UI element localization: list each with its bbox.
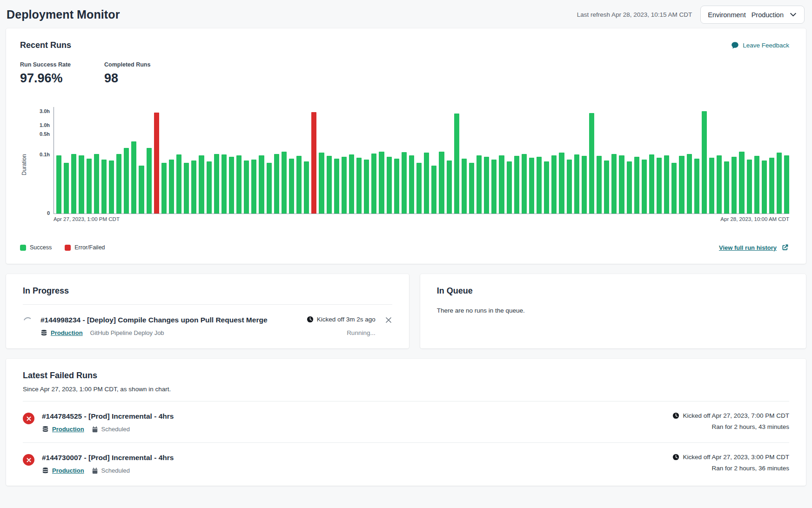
run-bar[interactable] [229,157,234,214]
run-bar[interactable] [739,152,744,214]
run-bar[interactable] [109,160,114,214]
run-bar[interactable] [454,114,459,214]
run-bar[interactable] [499,155,504,214]
run-bar[interactable] [101,160,107,214]
run-bar[interactable] [664,155,669,214]
run-bar[interactable] [251,160,256,214]
run-bar[interactable] [342,157,347,214]
run-bar[interactable] [582,156,587,214]
run-bar[interactable] [282,152,287,214]
run-bar[interactable] [551,155,557,214]
close-icon[interactable] [385,316,392,324]
run-bar[interactable] [694,159,699,214]
run-bar[interactable] [769,158,774,214]
run-bar[interactable] [642,160,647,214]
run-bar[interactable] [469,163,474,214]
run-bar[interactable] [71,154,76,214]
run-bar[interactable] [147,148,152,214]
run-bar[interactable] [199,155,204,214]
run-bar[interactable] [649,154,654,214]
run-bar[interactable] [244,160,249,214]
run-bar[interactable] [544,161,549,214]
run-bar[interactable] [161,163,167,214]
run-bar[interactable] [394,159,399,214]
run-bar[interactable] [387,157,392,214]
run-bar[interactable] [634,157,639,214]
run-bar[interactable] [754,156,759,214]
run-bar[interactable] [416,163,422,214]
environment-link[interactable]: Production [40,329,83,336]
run-bar[interactable] [56,155,61,214]
run-bar[interactable] [619,155,624,214]
run-bar[interactable] [379,152,384,214]
run-bar[interactable] [214,154,219,214]
run-bar[interactable] [431,166,436,214]
run-bar[interactable] [537,157,542,214]
run-bar[interactable] [289,159,294,214]
run-bar[interactable] [597,156,602,214]
run-bar[interactable] [356,158,362,214]
run-bar[interactable] [559,153,564,214]
run-bar[interactable] [529,158,534,214]
run-bar[interactable] [207,161,212,214]
run-bar[interactable] [169,160,174,214]
run-bar[interactable] [574,154,579,214]
run-bar[interactable] [424,153,429,214]
run-bar[interactable] [604,160,609,214]
run-bar[interactable] [116,154,121,214]
run-bar[interactable] [687,154,692,214]
run-bar[interactable] [154,113,159,214]
run-bar[interactable] [304,161,309,214]
run-bar[interactable] [717,155,722,214]
run-bar[interactable] [402,152,407,214]
run-bar[interactable] [274,154,279,214]
run-bar[interactable] [296,156,302,214]
run-bar[interactable] [184,163,189,214]
run-bar[interactable] [64,163,69,214]
run-bar[interactable] [507,161,512,214]
run-bar[interactable] [131,141,136,214]
run-bar[interactable] [747,160,752,214]
run-bar[interactable] [191,160,196,214]
run-bar[interactable] [671,163,677,214]
run-bar[interactable] [777,153,782,214]
run-bar[interactable] [176,154,181,214]
run-bar[interactable] [567,160,572,214]
run-bar[interactable] [87,159,92,214]
run-bar[interactable] [327,156,332,214]
run-bar[interactable] [784,155,789,214]
run-bar[interactable] [679,156,684,214]
run-bar[interactable] [334,159,339,214]
run-bar[interactable] [491,160,497,214]
run-bar[interactable] [762,160,767,214]
run-bar[interactable] [221,154,227,214]
run-bar[interactable] [236,155,242,214]
run-bar[interactable] [124,148,129,214]
run-bar[interactable] [709,158,714,214]
run-bar[interactable] [731,157,737,214]
environment-select[interactable]: Environment Production [700,6,805,24]
run-bar[interactable] [439,152,444,214]
run-bar[interactable] [702,111,707,214]
run-bar[interactable] [364,160,369,214]
run-bar[interactable] [409,155,414,214]
environment-link[interactable]: Production [42,467,84,474]
run-bar[interactable] [267,163,272,214]
run-bar[interactable] [447,160,452,214]
run-bar[interactable] [589,113,594,214]
run-bar[interactable] [611,154,617,214]
run-bar[interactable] [484,157,489,214]
run-bar[interactable] [349,154,354,214]
run-bar[interactable] [514,156,519,214]
run-bar[interactable] [139,166,144,214]
run-bar[interactable] [627,161,632,214]
run-bar[interactable] [522,154,527,214]
run-bar[interactable] [79,155,84,214]
run-bar[interactable] [94,154,99,214]
run-bar[interactable] [311,112,316,214]
environment-link[interactable]: Production [42,426,84,433]
run-bar[interactable] [462,159,467,214]
view-full-run-history-link[interactable]: View full run history [719,243,789,252]
run-bar[interactable] [724,161,729,214]
leave-feedback-link[interactable]: Leave Feedback [731,41,789,49]
